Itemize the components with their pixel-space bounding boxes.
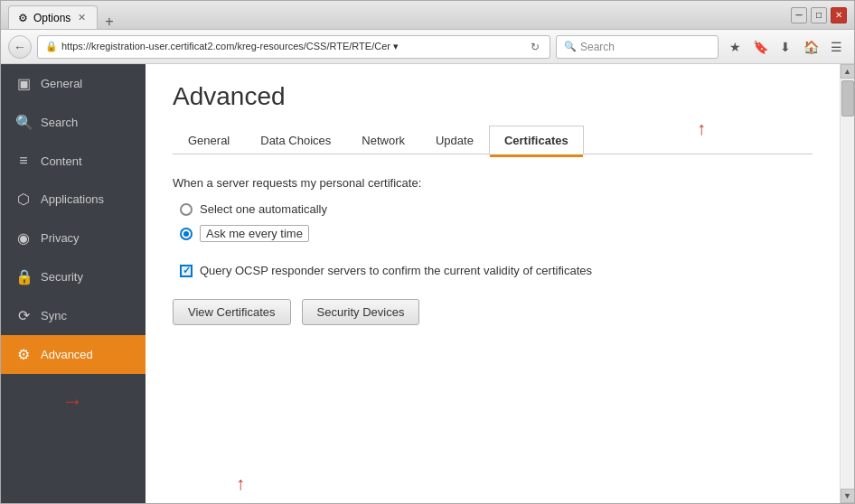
security-devices-button[interactable]: Security Devices: [302, 299, 420, 325]
tab-bar: ⚙ Options ✕ +: [8, 1, 119, 29]
radio-ask-circle[interactable]: [180, 228, 193, 240]
main-area: ▣ General 🔍 Search ≡ Content ⬡ Applicati…: [1, 64, 854, 503]
bookmark-star-icon[interactable]: ★: [724, 36, 746, 58]
sidebar-item-sync[interactable]: ⟳ Sync: [1, 296, 146, 335]
checkbox-checkmark: ✓: [183, 265, 191, 276]
minimize-button[interactable]: ─: [791, 7, 807, 23]
tabs-bar: General Data Choices Network Update Cert…: [173, 126, 813, 154]
radio-auto[interactable]: Select one automatically: [180, 202, 813, 216]
sidebar-item-security[interactable]: 🔒 Security: [1, 257, 146, 296]
title-bar: ⚙ Options ✕ + ─ □ ✕: [1, 1, 854, 30]
scroll-down-button[interactable]: ▼: [841, 489, 855, 503]
search-placeholder-text: Search: [580, 41, 615, 53]
search-icon: 🔍: [564, 41, 577, 52]
download-icon[interactable]: ⬇: [775, 36, 796, 58]
nav-icons-group: ★ 🔖 ⬇ 🏠 ☰: [724, 36, 847, 58]
tab-update[interactable]: Update: [420, 126, 489, 154]
privacy-icon: ◉: [15, 229, 32, 247]
sidebar: ▣ General 🔍 Search ≡ Content ⬡ Applicati…: [1, 64, 146, 503]
content-icon: ≡: [15, 153, 32, 169]
ocsp-checkbox[interactable]: ✓: [180, 265, 193, 277]
sidebar-item-general[interactable]: ▣ General: [1, 64, 146, 103]
tab-data-choices[interactable]: Data Choices: [245, 126, 346, 154]
sidebar-item-applications[interactable]: ⬡ Applications: [1, 180, 146, 219]
sidebar-item-security-label: Security: [41, 270, 83, 284]
sidebar-item-privacy-label: Privacy: [41, 231, 80, 245]
home-icon[interactable]: 🏠: [800, 36, 822, 58]
tab-icon: ⚙: [18, 12, 28, 24]
buttons-row: View Certificates Security Devices: [173, 299, 813, 325]
radio-group: Select one automatically Ask me every ti…: [180, 202, 813, 242]
back-button[interactable]: ←: [8, 35, 32, 59]
close-window-button[interactable]: ✕: [831, 7, 847, 23]
certificate-section-description: When a server requests my personal certi…: [173, 176, 813, 190]
scroll-thumb[interactable]: [841, 80, 854, 117]
content-area: Advanced General Data Choices Network Up…: [146, 64, 840, 503]
content-wrapper: Advanced General Data Choices Network Up…: [146, 64, 854, 503]
sidebar-item-advanced-label: Advanced: [41, 348, 93, 361]
security-icon: 🔒: [15, 268, 32, 285]
radio-ask-label: Ask me every time: [200, 225, 309, 242]
address-bar[interactable]: 🔒 https://kregistration-user.certificat2…: [37, 35, 550, 59]
new-tab-button[interactable]: +: [99, 14, 118, 29]
window-controls: ─ □ ✕: [791, 7, 847, 23]
address-lock-icon: 🔒: [45, 41, 58, 52]
sidebar-item-applications-label: Applications: [41, 192, 104, 206]
sync-icon: ⟳: [15, 307, 32, 324]
ocsp-checkbox-label: Query OCSP responder servers to confirm …: [200, 264, 592, 277]
sidebar-item-content[interactable]: ≡ Content: [1, 142, 146, 180]
sidebar-item-search[interactable]: 🔍 Search: [1, 103, 146, 142]
radio-ask[interactable]: Ask me every time: [180, 225, 813, 242]
applications-icon: ⬡: [15, 191, 32, 208]
ocsp-checkbox-row[interactable]: ✓ Query OCSP responder servers to confir…: [180, 264, 813, 277]
scrollbar[interactable]: ▲ ▼: [840, 64, 854, 503]
tab-network[interactable]: Network: [346, 126, 420, 154]
maximize-button[interactable]: □: [811, 7, 827, 23]
tab-label: Options: [33, 12, 70, 24]
menu-icon[interactable]: ☰: [825, 36, 847, 58]
arrow-up-view-certs: ↑: [236, 473, 245, 494]
sidebar-item-sync-label: Sync: [41, 309, 67, 322]
sidebar-item-search-label: Search: [41, 116, 78, 129]
radio-auto-circle[interactable]: [180, 203, 193, 216]
address-url-text: https://kregistration-user.certificat2.c…: [61, 41, 524, 52]
nav-bar: ← 🔒 https://kregistration-user.certifica…: [1, 30, 854, 64]
tab-certificates[interactable]: Certificates: [489, 126, 584, 154]
sidebar-item-content-label: Content: [41, 154, 82, 168]
radio-auto-label: Select one automatically: [200, 202, 327, 216]
bookmark-icon[interactable]: 🔖: [749, 36, 771, 58]
tab-close-button[interactable]: ✕: [76, 12, 88, 23]
view-certificates-button[interactable]: View Certificates: [173, 299, 291, 325]
sidebar-item-privacy[interactable]: ◉ Privacy: [1, 219, 146, 257]
page-title: Advanced: [173, 82, 813, 111]
browser-search-bar[interactable]: 🔍 Search: [556, 35, 719, 59]
refresh-button[interactable]: ↻: [528, 41, 542, 53]
advanced-icon: ⚙: [15, 346, 32, 363]
general-icon: ▣: [15, 75, 32, 92]
search-nav-icon: 🔍: [15, 114, 32, 131]
scroll-up-button[interactable]: ▲: [841, 64, 855, 79]
sidebar-item-general-label: General: [41, 77, 82, 90]
tab-general[interactable]: General: [173, 126, 245, 154]
sidebar-item-advanced[interactable]: ⚙ Advanced: [1, 335, 146, 374]
browser-tab-options[interactable]: ⚙ Options ✕: [8, 5, 98, 29]
